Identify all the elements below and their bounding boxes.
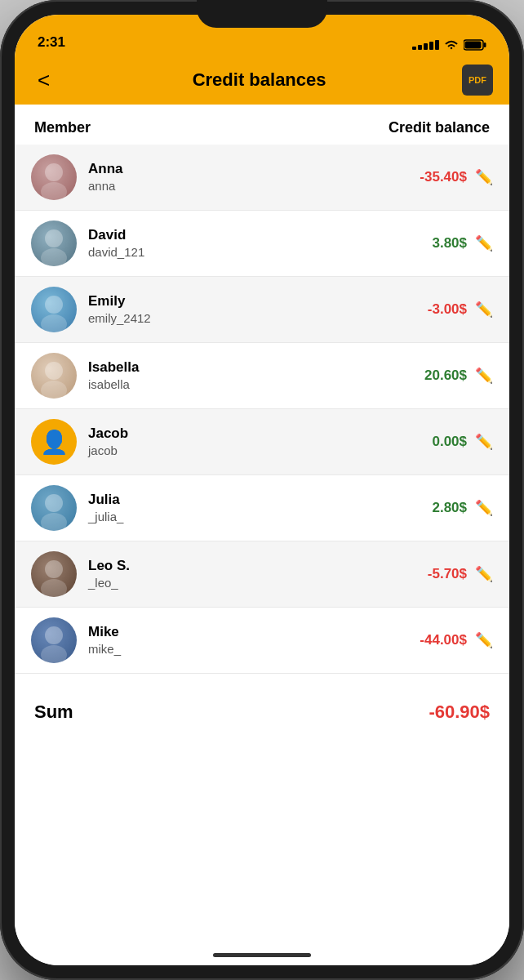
edit-button-mike[interactable]: ✏️ xyxy=(475,631,493,649)
balance-area-anna: -35.40$ ✏️ xyxy=(410,168,493,186)
member-username-leo: _leo_ xyxy=(88,575,410,591)
balance-amount-david: 3.80$ xyxy=(410,235,467,252)
wifi-icon xyxy=(444,39,459,51)
balance-area-leo: -5.70$ ✏️ xyxy=(410,565,493,583)
member-name-isabella: Isabella xyxy=(88,359,410,376)
member-username-david: david_121 xyxy=(88,244,410,261)
member-row-julia: Julia _julia_ 2.80$ ✏️ xyxy=(15,475,509,541)
avatar-jacob: 👤 xyxy=(31,419,77,465)
member-info-david: David david_121 xyxy=(88,226,410,261)
member-row-mike: Mike mike_ -44.00$ ✏️ xyxy=(15,608,509,674)
avatar-mike xyxy=(31,617,77,663)
member-username-anna: anna xyxy=(88,178,410,194)
member-name-mike: Mike xyxy=(88,623,410,641)
phone-frame: 2:31 xyxy=(0,0,524,980)
sum-label: Sum xyxy=(34,702,73,723)
member-info-julia: Julia _julia_ xyxy=(88,491,410,525)
svg-point-10 xyxy=(41,381,67,399)
balance-amount-julia: 2.80$ xyxy=(410,500,467,516)
balance-area-julia: 2.80$ ✏️ xyxy=(410,499,493,517)
phone-screen: 2:31 xyxy=(15,15,509,965)
edit-button-david[interactable]: ✏️ xyxy=(475,234,493,252)
avatar-julia xyxy=(31,485,77,531)
status-time: 2:31 xyxy=(38,34,65,51)
svg-point-13 xyxy=(45,560,63,578)
avatar-anna xyxy=(31,154,77,200)
avatar-emily xyxy=(31,287,77,332)
member-info-emily: Emily emily_2412 xyxy=(88,292,410,327)
edit-button-anna[interactable]: ✏️ xyxy=(475,168,493,186)
member-username-emily: emily_2412 xyxy=(88,310,410,327)
battery-icon xyxy=(464,39,486,51)
app-header: < Credit balances PDF xyxy=(15,56,509,105)
avatar-leo xyxy=(31,551,77,597)
member-name-jacob: Jacob xyxy=(88,425,410,443)
pdf-export-button[interactable]: PDF xyxy=(462,65,493,96)
member-info-anna: Anna anna xyxy=(88,160,410,194)
edit-button-leo[interactable]: ✏️ xyxy=(475,565,493,583)
balance-area-isabella: 20.60$ ✏️ xyxy=(410,367,493,385)
member-row-emily: Emily emily_2412 -3.00$ ✏️ xyxy=(15,277,509,343)
balance-amount-mike: -44.00$ xyxy=(410,632,467,648)
svg-point-11 xyxy=(45,494,63,512)
svg-point-12 xyxy=(41,513,67,531)
member-username-jacob: jacob xyxy=(88,443,410,459)
avatar-david xyxy=(31,220,77,266)
member-name-david: David xyxy=(88,226,410,244)
member-row-jacob: 👤 Jacob jacob 0.00$ ✏️ xyxy=(15,409,509,475)
edit-button-julia[interactable]: ✏️ xyxy=(475,499,493,517)
balance-area-jacob: 0.00$ ✏️ xyxy=(410,433,493,451)
member-row-isabella: Isabella isabella 20.60$ ✏️ xyxy=(15,343,509,409)
member-name-emily: Emily xyxy=(88,292,410,310)
signal-icon xyxy=(412,40,439,50)
balance-area-mike: -44.00$ ✏️ xyxy=(410,631,493,649)
notch xyxy=(197,0,327,28)
member-row-anna: Anna anna -35.40$ ✏️ xyxy=(15,145,509,211)
svg-point-8 xyxy=(41,314,67,332)
balance-amount-leo: -5.70$ xyxy=(410,566,467,582)
sum-row: Sum -60.90$ xyxy=(15,682,509,742)
edit-button-isabella[interactable]: ✏️ xyxy=(475,367,493,385)
member-info-isabella: Isabella isabella xyxy=(88,359,410,393)
balance-amount-jacob: 0.00$ xyxy=(410,434,467,450)
svg-rect-2 xyxy=(465,42,482,49)
page-title: Credit balances xyxy=(193,69,326,91)
status-icons xyxy=(412,39,486,51)
svg-point-14 xyxy=(41,579,67,597)
member-info-jacob: Jacob jacob xyxy=(88,425,410,459)
back-button[interactable]: < xyxy=(31,65,56,96)
svg-point-6 xyxy=(41,248,67,266)
member-row-leo: Leo S. _leo_ -5.70$ ✏️ xyxy=(15,541,509,608)
member-info-mike: Mike mike_ xyxy=(88,623,410,657)
edit-button-emily[interactable]: ✏️ xyxy=(475,301,493,318)
svg-point-15 xyxy=(45,626,63,644)
svg-point-9 xyxy=(45,362,63,380)
avatar-isabella xyxy=(31,353,77,399)
svg-point-3 xyxy=(45,163,63,181)
edit-button-jacob[interactable]: ✏️ xyxy=(475,433,493,451)
member-username-mike: mike_ xyxy=(88,641,410,657)
member-info-leo: Leo S. _leo_ xyxy=(88,557,410,591)
member-name-leo: Leo S. xyxy=(88,557,410,575)
svg-point-5 xyxy=(45,229,63,247)
member-column-header: Member xyxy=(34,119,91,136)
member-name-anna: Anna xyxy=(88,160,410,178)
balance-amount-emily: -3.00$ xyxy=(410,301,467,318)
balance-column-header: Credit balance xyxy=(389,119,490,136)
svg-rect-1 xyxy=(484,42,486,47)
home-indicator xyxy=(213,953,311,957)
pdf-icon-label: PDF xyxy=(468,75,486,85)
balance-amount-isabella: 20.60$ xyxy=(410,368,467,384)
svg-point-7 xyxy=(45,296,63,314)
sum-amount: -60.90$ xyxy=(429,702,490,723)
svg-point-4 xyxy=(41,182,67,200)
member-username-julia: _julia_ xyxy=(88,509,410,525)
content-area: Member Credit balance Anna anna -35.40$ … xyxy=(15,105,509,965)
svg-point-16 xyxy=(41,645,67,663)
member-username-isabella: isabella xyxy=(88,376,410,393)
table-header: Member Credit balance xyxy=(15,105,509,145)
member-name-julia: Julia xyxy=(88,491,410,509)
balance-area-david: 3.80$ ✏️ xyxy=(410,234,493,252)
member-row-david: David david_121 3.80$ ✏️ xyxy=(15,211,509,277)
balance-area-emily: -3.00$ ✏️ xyxy=(410,301,493,318)
